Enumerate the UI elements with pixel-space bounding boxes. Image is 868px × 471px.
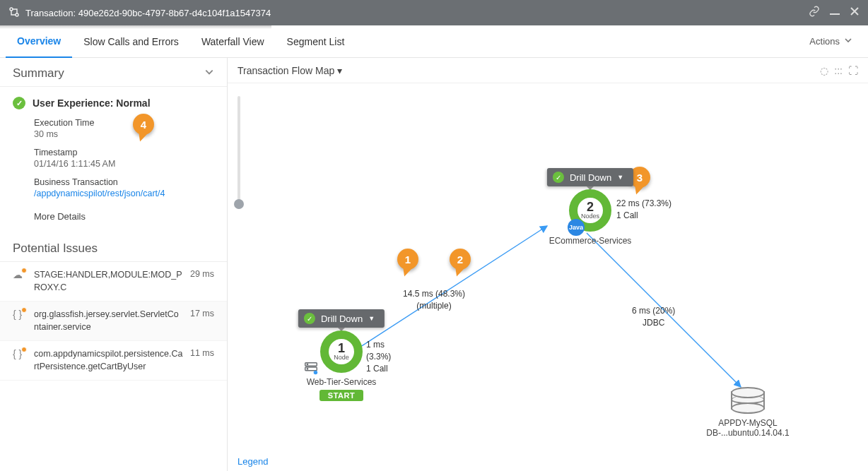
timestamp-field: Timestamp 01/14/16 1:11:45 AM: [34, 148, 214, 169]
more-details-link[interactable]: More Details: [34, 207, 214, 230]
issue-time: 17 ms: [190, 309, 214, 318]
business-transaction-field: Business Transaction /appdynamicspilot/r…: [34, 177, 214, 198]
check-circle-icon: ✓: [304, 313, 315, 324]
ux-value: Normal: [116, 97, 150, 109]
server-icon: [303, 360, 319, 378]
chevron-down-icon: [844, 36, 852, 47]
summary-title: Summary: [13, 66, 64, 81]
cloud-icon: ☁: [13, 269, 27, 280]
java-badge: Java: [568, 219, 585, 236]
flow-map-header: Transaction Flow Map ▾ ◌ ::: ⛶: [228, 58, 868, 83]
titlebar-prefix: Transaction:: [25, 8, 76, 18]
timestamp-value: 01/14/16 1:11:45 AM: [34, 159, 214, 169]
node-stats: 22 ms (73.3%) 1 Call: [616, 198, 680, 222]
potential-issues-title: Potential Issues: [13, 242, 98, 256]
tab-bar: Overview Slow Calls and Errors Waterfall…: [0, 25, 868, 58]
summary-header[interactable]: Summary: [0, 58, 227, 87]
callout-4: 4: [133, 114, 154, 135]
dropdown-triangle-icon: ▾: [337, 65, 342, 76]
start-badge: START: [319, 390, 363, 401]
close-icon[interactable]: [850, 6, 860, 19]
bt-label: Business Transaction: [34, 177, 214, 187]
nodes-icon[interactable]: :::: [834, 65, 843, 76]
node-label: ECommerce-Services: [530, 236, 650, 246]
issue-row[interactable]: { } com.appdynamicspilot.persistence.Car…: [0, 341, 227, 381]
database-icon: [731, 387, 765, 414]
node-label: APPDY-MySQL DB-...ubuntu0.14.04.1: [677, 418, 819, 438]
chevron-down-icon: [204, 66, 214, 81]
code-icon: { }: [13, 348, 27, 359]
actions-menu[interactable]: Actions: [809, 36, 862, 47]
tab-waterfall[interactable]: Waterfall View: [190, 25, 276, 58]
ux-label: User Experience:: [33, 97, 113, 109]
edge-label-web-ecom: 14.5 ms (48.3%) (multiple): [403, 288, 465, 312]
node-label: Web-Tier-Services: [295, 377, 387, 387]
titlebar-id: 490e262d-90bc-4797-8b67-d4c104f1a1547374: [78, 8, 271, 18]
node-web-tier[interactable]: ✓ Drill Down ▼ 1 Node 1 ms (3.3%) 1 Call: [295, 330, 387, 401]
potential-issues-header[interactable]: Potential Issues: [0, 233, 227, 262]
execution-time-field: Execution Time 30 ms 4: [34, 118, 214, 139]
node-stats: 1 ms (3.3%) 1 Call: [366, 339, 391, 374]
exec-time-value: 30 ms: [34, 129, 214, 139]
minimize-icon[interactable]: [830, 6, 840, 19]
issue-name: org.glassfish.jersey.servlet.ServletCont…: [34, 309, 183, 333]
actions-label: Actions: [809, 36, 840, 47]
drill-down-button[interactable]: ✓ Drill Down ▼: [298, 309, 385, 328]
svg-rect-2: [830, 13, 840, 15]
sidebar: Summary ✓ User Experience: Normal Execut…: [0, 58, 228, 471]
issue-time: 29 ms: [190, 269, 214, 279]
timestamp-label: Timestamp: [34, 148, 214, 157]
user-experience-row: ✓ User Experience: Normal: [13, 97, 214, 109]
issue-name: STAGE:HANDLER,MODULE:MOD_PROXY.C: [34, 269, 183, 294]
transaction-icon: [8, 6, 20, 20]
exec-time-label: Execution Time: [34, 118, 214, 128]
svg-point-1: [16, 13, 18, 16]
dropdown-triangle-icon: ▼: [368, 315, 375, 322]
legend-link[interactable]: Legend: [237, 456, 268, 467]
node-database[interactable]: APPDY-MySQL DB-...ubuntu0.14.04.1: [677, 387, 819, 438]
titlebar: Transaction: 490e262d-90bc-4797-8b67-d4c…: [0, 0, 868, 25]
node-ring: 1 Node: [320, 330, 363, 373]
tab-overview[interactable]: Overview: [6, 25, 72, 58]
potential-issues-list: ☁ STAGE:HANDLER,MODULE:MOD_PROXY.C 29 ms…: [0, 262, 227, 381]
node-ring: Java 2 Nodes: [569, 189, 611, 232]
tab-slow-calls[interactable]: Slow Calls and Errors: [72, 25, 190, 58]
edge-label-ecom-db: 6 ms (20%) JDBC: [632, 305, 675, 329]
callout-2: 2: [450, 249, 471, 270]
flow-map: Transaction Flow Map ▾ ◌ ::: ⛶ 14.5 ms (…: [228, 58, 868, 471]
layout-icon[interactable]: ◌: [820, 65, 828, 76]
issue-row[interactable]: { } org.glassfish.jersey.servlet.Servlet…: [0, 302, 227, 341]
issue-row[interactable]: ☁ STAGE:HANDLER,MODULE:MOD_PROXY.C 29 ms: [0, 262, 227, 302]
svg-point-9: [314, 371, 318, 375]
link-icon[interactable]: [809, 6, 820, 20]
check-circle-icon: ✓: [13, 97, 25, 109]
svg-point-0: [10, 8, 13, 11]
drill-down-button[interactable]: ✓ Drill Down ▼: [547, 168, 633, 186]
svg-point-8: [307, 369, 307, 369]
code-icon: { }: [13, 309, 27, 320]
svg-point-7: [307, 364, 307, 364]
fullscreen-icon[interactable]: ⛶: [848, 65, 858, 76]
dropdown-triangle-icon: ▼: [617, 174, 623, 181]
callout-1: 1: [397, 249, 418, 270]
check-circle-icon: ✓: [553, 172, 564, 183]
issue-time: 11 ms: [190, 348, 214, 358]
issue-name: com.appdynamicspilot.persistence.CartPer…: [34, 348, 183, 373]
node-ecommerce[interactable]: ✓ Drill Down ▼ Java 2 Nodes 22 ms (73.3%…: [530, 189, 650, 246]
tab-segment-list[interactable]: Segment List: [276, 25, 356, 58]
flow-canvas[interactable]: 14.5 ms (48.3%) (multiple) 6 ms (20%) JD…: [228, 83, 868, 451]
flow-map-title[interactable]: Transaction Flow Map ▾: [237, 65, 342, 76]
bt-link[interactable]: /appdynamicspilot/rest/json/cart/4: [34, 189, 214, 198]
